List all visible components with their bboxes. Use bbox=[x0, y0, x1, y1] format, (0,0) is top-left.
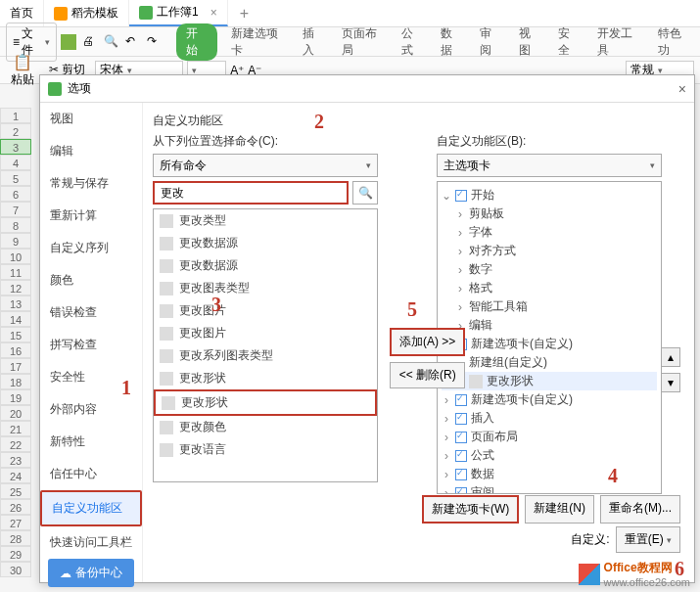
tree-item[interactable]: ›对齐方式 bbox=[442, 242, 657, 260]
search-button[interactable]: 🔍 bbox=[352, 181, 378, 205]
nav-quickaccess[interactable]: 快速访问工具栏 bbox=[40, 526, 142, 559]
nav-spellcheck[interactable]: 拼写检查 bbox=[40, 329, 142, 361]
redo-icon[interactable]: ↷ bbox=[147, 34, 163, 50]
ribbon-view[interactable]: 视图 bbox=[515, 23, 544, 61]
ribbon-review[interactable]: 审阅 bbox=[476, 23, 505, 61]
nav-errorcheck[interactable]: 错误检查 bbox=[40, 296, 142, 329]
commands-source-dropdown[interactable]: 所有命令▾ bbox=[153, 154, 378, 177]
row-header[interactable]: 13 bbox=[0, 296, 31, 311]
commands-list[interactable]: 更改类型 更改数据源 更改数据源 更改图表类型 更改图片 更改图片 更改系列图表… bbox=[153, 208, 378, 482]
command-item-selected[interactable]: 更改形状 bbox=[154, 389, 377, 416]
tree-item[interactable]: ›插入 bbox=[442, 409, 657, 428]
tree-item[interactable]: ›数据 bbox=[442, 465, 657, 483]
row-header[interactable]: 25 bbox=[0, 483, 31, 499]
close-icon[interactable]: × bbox=[210, 6, 217, 20]
nav-color[interactable]: 颜色 bbox=[40, 264, 142, 296]
nav-trustcenter[interactable]: 信任中心 bbox=[40, 458, 142, 490]
row-header[interactable]: 30 bbox=[0, 562, 31, 577]
row-header[interactable]: 8 bbox=[0, 217, 31, 233]
backup-center-button[interactable]: ☁备份中心 bbox=[48, 559, 134, 587]
tree-item[interactable]: ›编辑 bbox=[442, 316, 657, 335]
command-item[interactable]: 更改图片 bbox=[154, 322, 377, 344]
row-header[interactable]: 7 bbox=[0, 202, 31, 217]
ribbon-newtab[interactable]: 新建选项卡 bbox=[227, 23, 289, 61]
remove-button[interactable]: << 删除(R) bbox=[390, 362, 465, 388]
row-header[interactable]: 10 bbox=[0, 249, 31, 264]
ribbon-pagelayout[interactable]: 页面布局 bbox=[338, 23, 389, 61]
nav-customseq[interactable]: 自定义序列 bbox=[40, 232, 142, 264]
row-header[interactable]: 27 bbox=[0, 515, 31, 530]
row-header[interactable]: 23 bbox=[0, 452, 31, 468]
row-header[interactable]: 4 bbox=[0, 155, 31, 170]
ribbon-special[interactable]: 特色功 bbox=[654, 23, 694, 61]
row-header[interactable]: 12 bbox=[0, 280, 31, 296]
ribbon-insert[interactable]: 插入 bbox=[299, 23, 328, 61]
ribbon-developer[interactable]: 开发工具 bbox=[593, 23, 644, 61]
nav-view[interactable]: 视图 bbox=[40, 103, 142, 135]
command-item[interactable]: 更改类型 bbox=[154, 209, 377, 232]
row-header[interactable]: 26 bbox=[0, 499, 31, 515]
command-item[interactable]: 更改图表类型 bbox=[154, 277, 377, 299]
tree-item[interactable]: ›审阅 bbox=[442, 483, 657, 494]
ribbon-security[interactable]: 安全 bbox=[554, 23, 583, 61]
row-header[interactable]: 24 bbox=[0, 468, 31, 483]
tree-item[interactable]: ›公式 bbox=[442, 446, 657, 465]
nav-customribbon[interactable]: 自定义功能区 bbox=[40, 490, 142, 526]
ribbon-area-dropdown[interactable]: 主选项卡▾ bbox=[437, 154, 662, 177]
dialog-close-button[interactable]: × bbox=[678, 81, 686, 97]
print-icon[interactable]: 🖨 bbox=[82, 34, 98, 50]
row-header[interactable]: 21 bbox=[0, 421, 31, 436]
tree-item[interactable]: ›页面布局 bbox=[442, 428, 657, 446]
nav-general[interactable]: 常规与保存 bbox=[40, 167, 142, 200]
row-header[interactable]: 1 bbox=[0, 108, 31, 123]
tree-item[interactable]: ›格式 bbox=[442, 279, 657, 297]
row-header[interactable]: 18 bbox=[0, 374, 31, 389]
command-item[interactable]: 更改形状 bbox=[154, 367, 377, 389]
row-header[interactable]: 9 bbox=[0, 233, 31, 249]
tree-item-selected[interactable]: 更改形状 bbox=[442, 372, 657, 390]
new-tab-button[interactable]: 新建选项卡(W) bbox=[422, 495, 519, 524]
tree-item[interactable]: ›数字 bbox=[442, 260, 657, 279]
row-header[interactable]: 14 bbox=[0, 311, 31, 327]
row-header[interactable]: 29 bbox=[0, 546, 31, 562]
add-button[interactable]: 添加(A) >> bbox=[390, 328, 465, 356]
new-group-button[interactable]: 新建组(N) bbox=[525, 495, 594, 524]
tab-daoke[interactable]: 稻壳模板 bbox=[44, 0, 129, 26]
undo-icon[interactable]: ↶ bbox=[125, 34, 141, 50]
new-tab-button[interactable]: + bbox=[228, 5, 260, 23]
preview-icon[interactable]: 🔍 bbox=[104, 34, 119, 50]
reset-button[interactable]: 重置(E) ▾ bbox=[616, 526, 680, 553]
save-icon[interactable] bbox=[61, 34, 76, 50]
tree-item[interactable]: ›剪贴板 bbox=[442, 205, 657, 223]
row-header[interactable]: 11 bbox=[0, 264, 31, 280]
nav-edit[interactable]: 编辑 bbox=[40, 135, 142, 167]
command-item[interactable]: 更改语言 bbox=[154, 438, 377, 461]
tree-item[interactable]: ⌄开始 bbox=[442, 186, 657, 205]
row-header[interactable]: 19 bbox=[0, 389, 31, 405]
tree-item[interactable]: ›新建选项卡(自定义) bbox=[442, 390, 657, 409]
tree-item[interactable]: ›字体 bbox=[442, 223, 657, 242]
row-header[interactable]: 3 bbox=[0, 139, 31, 155]
row-header[interactable]: 6 bbox=[0, 186, 31, 202]
row-header[interactable]: 20 bbox=[0, 405, 31, 421]
nav-recalc[interactable]: 重新计算 bbox=[40, 200, 142, 232]
tree-item[interactable]: ⌄新建组(自定义) bbox=[442, 353, 657, 372]
row-header[interactable]: 28 bbox=[0, 530, 31, 546]
command-item[interactable]: 更改数据源 bbox=[154, 254, 377, 277]
row-header[interactable]: 17 bbox=[0, 358, 31, 374]
nav-newfeature[interactable]: 新特性 bbox=[40, 426, 142, 458]
ribbon-tree[interactable]: ⌄开始 ›剪贴板 ›字体 ›对齐方式 ›数字 ›格式 ›智能工具箱 ›编辑 ⌄新… bbox=[437, 181, 662, 494]
paste-button[interactable]: 📋 粘贴 bbox=[6, 53, 39, 88]
row-header[interactable]: 22 bbox=[0, 436, 31, 452]
command-item[interactable]: 更改系列图表类型 bbox=[154, 344, 377, 367]
row-header[interactable]: 2 bbox=[0, 123, 31, 139]
tree-item[interactable]: ›智能工具箱 bbox=[442, 297, 657, 316]
row-header[interactable]: 5 bbox=[0, 170, 31, 186]
command-item[interactable]: 更改颜色 bbox=[154, 416, 377, 438]
ribbon-data[interactable]: 数据 bbox=[437, 23, 466, 61]
tree-item[interactable]: ⌄新建选项卡(自定义) bbox=[442, 335, 657, 353]
ribbon-start[interactable]: 开始 bbox=[176, 23, 217, 61]
ribbon-formula[interactable]: 公式 bbox=[397, 23, 427, 61]
row-header[interactable]: 15 bbox=[0, 327, 31, 342]
command-item[interactable]: 更改图片 bbox=[154, 299, 377, 322]
